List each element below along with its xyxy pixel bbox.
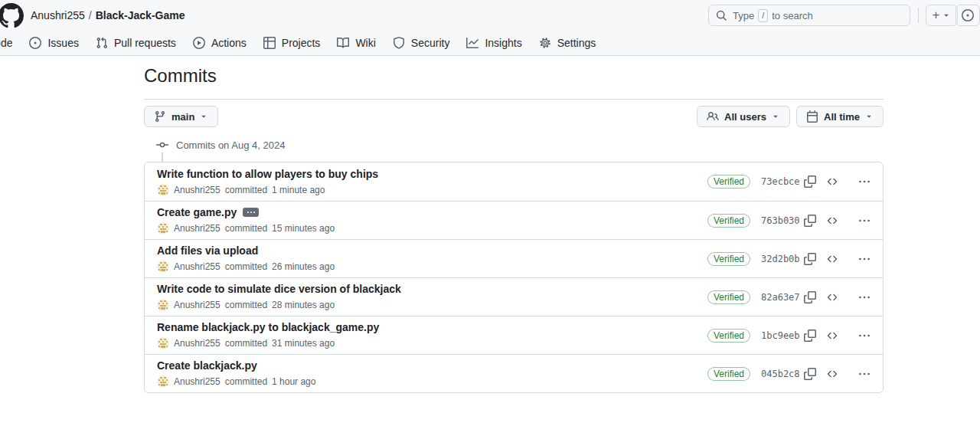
github-logo-icon[interactable] — [0, 3, 24, 28]
commit-author[interactable]: Anushri255 — [174, 261, 220, 272]
verified-badge[interactable]: Verified — [707, 252, 750, 266]
timeline-connector — [162, 152, 163, 162]
commit-action: committed — [225, 223, 267, 234]
git-pull-request-icon — [96, 37, 108, 49]
avatar[interactable] — [157, 375, 169, 388]
commit-actions: Verified 1bc9eeb — [707, 329, 871, 343]
commit-action: committed — [225, 338, 267, 349]
all-time-label: All time — [824, 111, 860, 123]
avatar[interactable] — [157, 337, 169, 349]
more-options-button[interactable] — [858, 330, 871, 342]
avatar[interactable] — [157, 299, 169, 311]
commit-hash-link[interactable]: 32d2b0b — [761, 254, 798, 264]
commit-meta: Anushri255 committed 1 hour ago — [157, 375, 315, 388]
tab-projects[interactable]: Projects — [255, 31, 329, 55]
tab-wiki[interactable]: Wiki — [328, 31, 384, 55]
all-users-filter-button[interactable]: All users — [697, 106, 790, 127]
browse-code-button[interactable] — [826, 368, 838, 380]
commit-title-link[interactable]: Add files via upload — [157, 244, 258, 257]
people-icon — [707, 110, 719, 123]
verified-badge[interactable]: Verified — [707, 290, 750, 304]
tab-issues[interactable]: Issues — [21, 31, 87, 55]
breadcrumb-owner[interactable]: Anushri255 — [31, 9, 85, 21]
create-new-button[interactable]: + — [926, 5, 958, 26]
commit-meta: Anushri255 committed 15 minutes ago — [157, 222, 335, 234]
tab-pull-requests[interactable]: Pull requests — [87, 31, 185, 55]
commit-author[interactable]: Anushri255 — [174, 376, 220, 387]
tab-insights[interactable]: Insights — [458, 31, 530, 55]
more-options-button[interactable] — [858, 253, 871, 265]
commit-description-toggle[interactable] — [243, 208, 259, 217]
copy-sha-button[interactable] — [804, 253, 816, 265]
commit-author[interactable]: Anushri255 — [174, 185, 220, 195]
avatar[interactable] — [157, 184, 169, 196]
commit-author[interactable]: Anushri255 — [174, 338, 220, 349]
commit-hash-link[interactable]: 763b030 — [761, 215, 798, 226]
commit-info: Create blackjack.py Anushri255 committed… — [157, 359, 315, 388]
avatar[interactable] — [157, 222, 169, 234]
global-issues-button[interactable] — [956, 5, 980, 26]
tab-settings[interactable]: Settings — [531, 31, 605, 55]
commit-title-link[interactable]: Rename blackjack.py to blackjack_game.py — [157, 321, 379, 333]
commit-actions: Verified 32d2b0b — [707, 252, 871, 266]
commit-meta: Anushri255 committed 31 minutes ago — [157, 337, 379, 349]
copy-sha-button[interactable] — [804, 215, 816, 227]
tab-security[interactable]: Security — [384, 31, 459, 55]
commit-time: 15 minutes ago — [272, 223, 335, 234]
calendar-icon — [806, 110, 818, 123]
breadcrumb-separator: / — [89, 9, 92, 21]
commit-actions: Verified 73ecbce — [707, 175, 871, 189]
more-options-button[interactable] — [858, 175, 871, 188]
commit-list: Write function to allow players to buy c… — [144, 162, 884, 393]
search-input[interactable]: Type / to search — [708, 5, 910, 26]
global-header: Anushri255 / Black-Jack-Game Type / to s… — [0, 0, 980, 31]
chevron-down-icon — [942, 11, 951, 20]
breadcrumb-repo[interactable]: Black-Jack-Game — [96, 9, 185, 21]
copy-sha-button[interactable] — [804, 291, 816, 303]
copy-sha-button[interactable] — [804, 368, 816, 380]
browse-code-button[interactable] — [826, 330, 838, 342]
tab-label: Issues — [47, 37, 78, 49]
verified-badge[interactable]: Verified — [707, 329, 750, 343]
chevron-down-icon — [864, 112, 874, 121]
more-options-button[interactable] — [858, 368, 871, 380]
commit-action: committed — [225, 376, 267, 387]
commit-author[interactable]: Anushri255 — [174, 300, 220, 310]
commit-hash-link[interactable]: 045b2c8 — [761, 369, 798, 379]
commit-row: Create game.py Anushri255 committed 15 m… — [145, 201, 883, 239]
browse-code-button[interactable] — [826, 215, 838, 227]
commit-meta: Anushri255 committed 26 minutes ago — [157, 261, 335, 273]
commit-hash-link[interactable]: 82a63e7 — [761, 292, 798, 303]
table-icon — [263, 37, 276, 49]
tab-label: Actions — [211, 37, 247, 49]
tab-code[interactable]: Code — [0, 31, 21, 55]
commit-hash-link[interactable]: 73ecbce — [761, 176, 798, 187]
verified-badge[interactable]: Verified — [707, 214, 750, 228]
all-users-label: All users — [724, 111, 766, 123]
commit-hash-link[interactable]: 1bc9eeb — [761, 330, 798, 341]
browse-code-button[interactable] — [826, 175, 838, 188]
browse-code-button[interactable] — [826, 291, 838, 303]
copy-sha-button[interactable] — [804, 330, 816, 342]
issue-opened-icon — [29, 37, 41, 49]
tab-label: Security — [411, 37, 450, 49]
browse-code-button[interactable] — [826, 253, 838, 265]
avatar[interactable] — [157, 261, 169, 273]
commit-title-link[interactable]: Write function to allow players to buy c… — [157, 168, 378, 180]
tab-actions[interactable]: Actions — [185, 31, 255, 55]
commit-title-link[interactable]: Create game.py — [157, 206, 237, 218]
copy-sha-button[interactable] — [804, 175, 816, 188]
more-options-button[interactable] — [858, 215, 871, 227]
commit-author[interactable]: Anushri255 — [174, 223, 220, 234]
commit-action: committed — [225, 185, 267, 195]
branch-selector-button[interactable]: main — [144, 106, 218, 127]
commit-actions: Verified 763b030 — [707, 214, 871, 228]
more-options-button[interactable] — [858, 291, 871, 303]
all-time-filter-button[interactable]: All time — [796, 106, 884, 127]
breadcrumb: Anushri255 / Black-Jack-Game — [31, 9, 185, 21]
commit-title-link[interactable]: Write code to simulate dice version of b… — [157, 283, 401, 295]
commit-title-link[interactable]: Create blackjack.py — [157, 359, 257, 372]
verified-badge[interactable]: Verified — [707, 367, 750, 381]
timeline-date-text: Commits on Aug 4, 2024 — [176, 139, 285, 151]
verified-badge[interactable]: Verified — [707, 175, 750, 189]
